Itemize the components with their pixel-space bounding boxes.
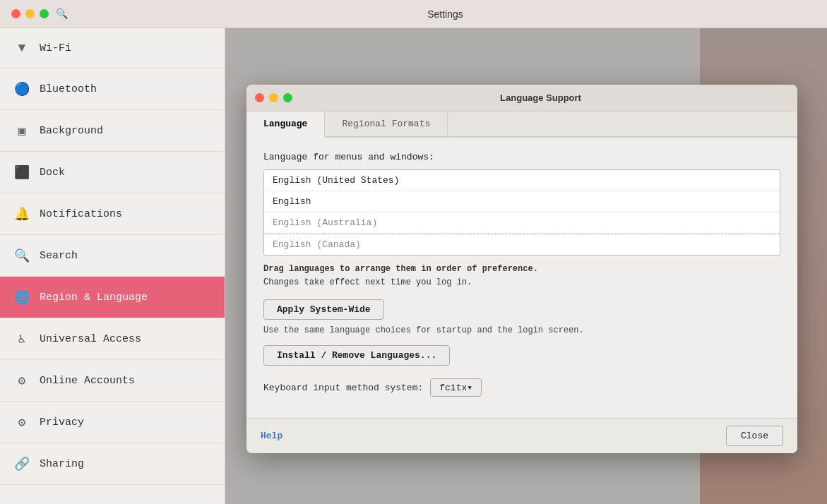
modal-max-button[interactable] [283, 93, 292, 102]
drag-hint-bold: Drag languages to arrange them in order … [263, 264, 538, 274]
sidebar-item-label-universal-access: Universal Access [40, 333, 141, 345]
modal-title: Language Support [292, 92, 789, 103]
search-icon: 🔍 [56, 8, 68, 20]
main-layout: ▼ Wi-Fi 🔵 Bluetooth ▣ Background ⬛ Dock … [0, 28, 827, 504]
sidebar-item-region-language[interactable]: 🌐 Region & Language [0, 277, 225, 318]
language-list: English (United States) English English … [263, 169, 780, 256]
sidebar-item-dock[interactable]: ⬛ Dock [0, 152, 225, 193]
modal-overlay: Language Support Language Regional Forma… [225, 28, 827, 504]
keyboard-input-row: Keyboard input method system: fcitx▾ [263, 378, 780, 397]
modal-min-button[interactable] [269, 93, 278, 102]
window-controls [11, 9, 49, 18]
language-item-english-us[interactable]: English (United States) [264, 170, 780, 191]
wifi-icon: ▼ [14, 41, 30, 55]
tab-regional-formats[interactable]: Regional Formats [325, 112, 448, 136]
apply-system-wide-button[interactable]: Apply System-Wide [263, 299, 384, 320]
sidebar-item-label-bluetooth: Bluetooth [40, 83, 97, 95]
language-item-english-au[interactable]: English (Australia) [264, 212, 780, 234]
sidebar-item-label-region-language: Region & Language [40, 292, 148, 304]
sidebar-item-wifi[interactable]: ▼ Wi-Fi [0, 28, 225, 68]
install-remove-languages-button[interactable]: Install / Remove Languages... [263, 345, 450, 366]
sidebar-item-label-sharing: Sharing [40, 458, 84, 470]
modal-footer: Help Close [246, 418, 797, 453]
sidebar-item-label-wifi: Wi-Fi [40, 42, 71, 54]
online-accounts-icon: ⚙ [14, 373, 30, 388]
privacy-icon: ⚙ [14, 414, 30, 430]
sidebar-item-notifications[interactable]: 🔔 Notifications [0, 193, 225, 235]
sharing-icon: 🔗 [14, 456, 30, 472]
bluetooth-icon: 🔵 [14, 81, 30, 97]
modal-titlebar: Language Support [246, 85, 797, 112]
sidebar-item-online-accounts[interactable]: ⚙ Online Accounts [0, 360, 225, 402]
window-title: Settings [75, 8, 816, 20]
sidebar-item-search[interactable]: 🔍 Search [0, 235, 225, 277]
sidebar-item-label-privacy: Privacy [40, 416, 84, 428]
apply-section: Apply System-Wide Use the same language … [263, 299, 780, 335]
language-support-modal: Language Support Language Regional Forma… [246, 85, 797, 453]
maximize-window-button[interactable] [40, 9, 49, 18]
region-language-icon: 🌐 [14, 289, 30, 305]
modal-close-button[interactable] [255, 93, 264, 102]
sidebar-item-sharing[interactable]: 🔗 Sharing [0, 443, 225, 485]
modal-content: Language for menus and windows: English … [246, 138, 797, 418]
minimize-window-button[interactable] [25, 9, 35, 18]
sidebar-item-label-online-accounts: Online Accounts [40, 375, 135, 387]
modal-controls [255, 93, 292, 102]
search-sidebar-icon: 🔍 [14, 248, 30, 263]
modal-body: Language Regional Formats Language for m… [246, 112, 797, 453]
notifications-icon: 🔔 [14, 206, 30, 222]
content-area: Language Support Language Regional Forma… [225, 28, 827, 504]
drag-hint: Drag languages to arrange them in order … [263, 263, 780, 289]
keyboard-input-label: Keyboard input method system: [263, 383, 423, 393]
sidebar-item-privacy[interactable]: ⚙ Privacy [0, 402, 225, 443]
sidebar-item-bluetooth[interactable]: 🔵 Bluetooth [0, 68, 225, 110]
top-bar: 🔍 Settings [0, 0, 827, 28]
apply-desc: Use the same language choices for startu… [263, 325, 780, 335]
language-item-english[interactable]: English [264, 191, 780, 212]
modal-tabs: Language Regional Formats [246, 112, 797, 138]
sidebar-item-label-search: Search [40, 250, 78, 262]
drag-hint-normal: Changes take effect next time you log in… [263, 277, 472, 287]
tab-language[interactable]: Language [246, 112, 325, 138]
dock-icon: ⬛ [14, 164, 30, 180]
sidebar-item-universal-access[interactable]: ♿ Universal Access [0, 318, 225, 360]
close-window-button[interactable] [11, 9, 20, 18]
keyboard-input-select[interactable]: fcitx▾ [430, 378, 482, 397]
sidebar-item-label-dock: Dock [40, 167, 65, 179]
background-icon: ▣ [14, 123, 30, 138]
language-item-english-ca[interactable]: English (Canada) [264, 234, 780, 255]
sidebar-item-label-background: Background [40, 125, 103, 137]
sidebar-item-label-notifications: Notifications [40, 208, 122, 220]
language-section-label: Language for menus and windows: [263, 152, 780, 162]
modal-close-button-footer[interactable]: Close [726, 426, 783, 446]
universal-access-icon: ♿ [14, 331, 30, 347]
help-link[interactable]: Help [261, 431, 282, 441]
sidebar-item-background[interactable]: ▣ Background [0, 110, 225, 152]
install-section: Install / Remove Languages... [263, 345, 780, 366]
sidebar: ▼ Wi-Fi 🔵 Bluetooth ▣ Background ⬛ Dock … [0, 28, 225, 504]
